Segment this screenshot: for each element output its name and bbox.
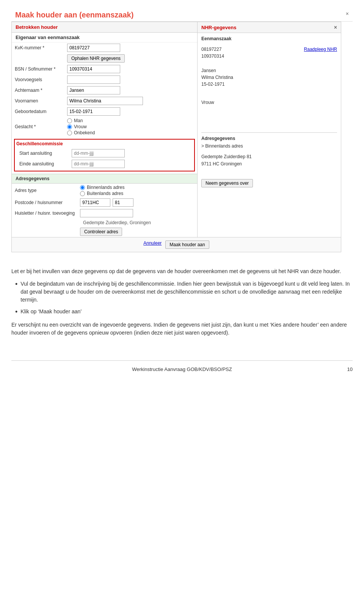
- geslacht-man-item: Man: [67, 118, 195, 123]
- left-panel: Betrokken houder Eigenaar van eenmanszaa…: [12, 22, 198, 237]
- ophalen-btn[interactable]: Ophalen NHR gegevens: [67, 54, 125, 63]
- achternaam-input[interactable]: [67, 86, 120, 94]
- nhr-content: Eenmanszaak 08197227 Raadpleeg NHR 10937…: [198, 33, 341, 190]
- right-panel-header: NHR-gegevens ×: [198, 22, 341, 33]
- einde-aansluiting-row: Einde aansluiting: [16, 159, 193, 169]
- bullet-item-1: • Vul de begindatum van de inschrijving …: [11, 280, 353, 304]
- voornamen-row: Voornamen: [12, 96, 197, 106]
- kvk-label: KvK-nummer *: [12, 42, 65, 53]
- geslacht-vrouw-item: Vrouw: [67, 124, 195, 129]
- nhr-kvk-row: 08197227 Raadpleeg NHR: [201, 47, 337, 52]
- instruction-paragraph1: Let er bij het invullen van deze gegeven…: [11, 267, 353, 275]
- voorvoegsels-input[interactable]: [67, 75, 120, 84]
- nhr-adres-lines: Gedempte Zuiderdiep 81 9711 HC Groningen: [201, 153, 337, 168]
- footer-page: 10: [341, 366, 353, 372]
- geboortedatum-input[interactable]: [67, 107, 120, 116]
- geschillen-table: Start aansluiting Einde aansluiting: [16, 148, 193, 169]
- postcode-row: Postcode / huisnummer: [12, 197, 197, 208]
- page-footer: Werkinstructie Aanvraag GOB/KDV/BSO/PSZ …: [11, 360, 353, 378]
- kvk-input[interactable]: [67, 44, 120, 52]
- postcode-label: Postcode / huisnummer: [12, 197, 78, 208]
- binnenlands-label: Binnenlands adres: [87, 185, 124, 190]
- nhr-adres-header: Adresgegevens: [201, 136, 337, 141]
- ophalen-row: Ophalen NHR gegevens: [12, 53, 197, 64]
- bsn-label: BSN / Sofinummer *: [12, 64, 65, 74]
- page-wrapper: Maak houder aan (eenmanszaak) × Betrokke…: [0, 0, 364, 393]
- nhr-achternaam-row: Jansen: [201, 68, 337, 73]
- nhr-adres-type-row: > Binnenlands adres: [201, 143, 337, 149]
- kvk-row: KvK-nummer *: [12, 42, 197, 53]
- bsn-input[interactable]: [67, 65, 120, 73]
- geslacht-man-radio[interactable]: [67, 118, 72, 123]
- adrestype-label: Adres type: [12, 184, 78, 197]
- footer-text: Werkinstructie Aanvraag GOB/KDV/BSO/PSZ: [23, 366, 341, 372]
- geslacht-onbekend-item: Onbekend: [67, 130, 195, 135]
- nhr-bsn-value: 109370314: [201, 53, 224, 59]
- achternaam-row: Achternaam *: [12, 85, 197, 96]
- bullet-text-1: Vul de begindatum van de inschrijving bi…: [20, 280, 353, 304]
- huisletter-input[interactable]: [80, 209, 133, 217]
- maak-houder-btn[interactable]: Maak houder aan: [165, 240, 209, 249]
- geslacht-onbekend-radio[interactable]: [67, 130, 72, 135]
- bullet-item-2: • Klik op ‘Maak houder aan’: [11, 308, 353, 316]
- nhr-header-text: NHR-gegevens: [201, 25, 236, 30]
- controleer-adres-btn[interactable]: Controleer adres: [80, 228, 122, 236]
- eigenaar-title: Eigenaar van eenmanszaak: [12, 33, 197, 42]
- nhr-geboortedatum-value: 15-02-1971: [201, 82, 224, 87]
- nhr-adres-line1: Gedempte Zuiderdiep 81: [201, 154, 252, 159]
- dialog-title: Maak houder aan (eenmanszaak): [15, 11, 133, 19]
- adres-section: Adresgegevens Adres type Binnenlands adr…: [12, 174, 197, 237]
- achternaam-label: Achternaam *: [12, 85, 65, 96]
- controleer-row: Controleer adres: [12, 226, 197, 237]
- bullet-dot-2: •: [15, 308, 17, 316]
- binnenlands-item: Binnenlands adres: [80, 185, 195, 190]
- buitenlands-label: Buitenlands adres: [87, 191, 123, 196]
- straat-value: Gedempte Zuiderdiep, Groningen: [80, 218, 154, 227]
- left-form-table: KvK-nummer * Ophalen NHR gegevens BSN / …: [12, 42, 197, 137]
- geslacht-row: Geslacht * Man Vrouw: [12, 117, 197, 137]
- left-panel-header: Betrokken houder: [12, 22, 197, 33]
- dialog-footer: Annuleer Maak houder aan: [12, 237, 341, 252]
- instruction-paragraph2: Er verschijnt nu een overzicht van de in…: [11, 321, 353, 337]
- nhr-geslacht-value: Vrouw: [201, 100, 214, 105]
- eenmanszaak-title: Eenmanszaak: [201, 36, 231, 41]
- nhr-close-icon[interactable]: ×: [334, 24, 337, 30]
- geslacht-vrouw-radio[interactable]: [67, 124, 72, 129]
- geschillen-title: Geschillencommissie: [16, 141, 193, 146]
- einde-label: Einde aansluiting: [16, 159, 69, 169]
- bsn-row: BSN / Sofinummer *: [12, 64, 197, 74]
- geslacht-label: Geslacht *: [12, 117, 65, 137]
- geslacht-man-label: Man: [74, 118, 83, 123]
- neem-gegevens-btn[interactable]: Neem gegevens over: [201, 179, 253, 187]
- annuleer-link[interactable]: Annuleer: [143, 240, 162, 249]
- dialog-close-top-icon[interactable]: ×: [346, 11, 349, 17]
- buitenlands-radio[interactable]: [80, 191, 85, 196]
- huisletter-row: Huisletter / huisnr. toevoeging: [12, 208, 197, 218]
- raadpleeg-nhr-link[interactable]: Raadpleeg NHR: [304, 47, 337, 52]
- nhr-geslacht-row: Vrouw: [201, 100, 337, 105]
- postcode-input[interactable]: [80, 198, 110, 207]
- dialog-box: Betrokken houder Eigenaar van eenmanszaa…: [11, 22, 341, 252]
- bullet-dot-1: •: [15, 280, 17, 304]
- binnenlands-radio[interactable]: [80, 185, 85, 190]
- nhr-bsn-row: 109370314: [201, 53, 337, 59]
- nhr-top-row: Eenmanszaak: [201, 36, 337, 44]
- bullet-text-2: Klik op ‘Maak houder aan’: [20, 308, 82, 316]
- straat-row: Gedempte Zuiderdiep, Groningen: [12, 218, 197, 226]
- nhr-geboortedatum-row: 15-02-1971: [201, 82, 337, 87]
- adres-header: Adresgegevens: [12, 174, 197, 184]
- dialog-title-row: Maak houder aan (eenmanszaak) ×: [11, 8, 353, 22]
- start-aansluiting-input[interactable]: [72, 149, 125, 157]
- geboortedatum-row: Geboortedatum: [12, 106, 197, 117]
- adrestype-radio-group: Binnenlands adres Buitenlands adres: [80, 185, 195, 196]
- huisletter-label: Huisletter / huisnr. toevoeging: [12, 208, 78, 218]
- start-aansluiting-row: Start aansluiting: [16, 148, 193, 159]
- geslacht-vrouw-label: Vrouw: [74, 124, 87, 129]
- voornamen-input[interactable]: [67, 97, 143, 105]
- voorvoegsels-row: Voorvoegsels: [12, 74, 197, 85]
- huisnummer-input[interactable]: [113, 198, 133, 207]
- nhr-adres-type: > Binnenlands adres: [201, 143, 243, 149]
- voorvoegsels-label: Voorvoegsels: [12, 74, 65, 85]
- nhr-adres-line2: 9711 HC Groningen: [201, 161, 242, 167]
- einde-aansluiting-input[interactable]: [72, 160, 125, 168]
